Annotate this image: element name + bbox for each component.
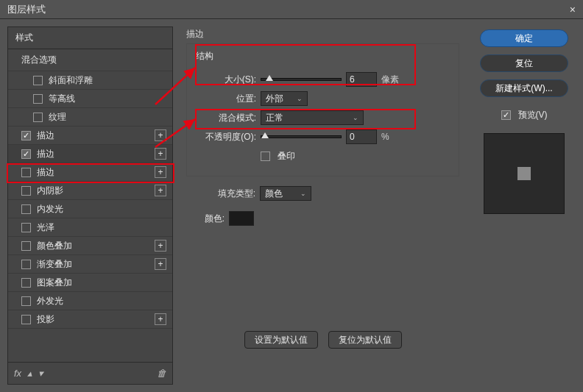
style-label: 描边: [37, 148, 155, 160]
color-row: 颜色:: [195, 209, 459, 228]
preview-box: [484, 133, 565, 214]
filltype-row: 填充类型: 颜色 ⌄: [195, 184, 459, 203]
add-effect-icon[interactable]: +: [155, 240, 166, 252]
add-effect-icon[interactable]: +: [155, 258, 166, 270]
color-swatch[interactable]: [229, 211, 254, 226]
style-row-5[interactable]: 描边+: [8, 163, 172, 182]
add-effect-icon[interactable]: +: [155, 313, 166, 325]
style-checkbox[interactable]: [21, 296, 31, 306]
style-checkbox[interactable]: ✓: [21, 149, 31, 159]
left-panel: 样式 混合选项 斜面和浮雕等高线纹理✓描边+✓描边+描边+内阴影+内发光光泽颜色…: [7, 26, 173, 385]
overprint-row: 叠印: [196, 146, 450, 165]
preview-label: 预览(V): [518, 109, 548, 121]
blendmode-label: 混合模式:: [196, 112, 256, 124]
add-effect-icon[interactable]: +: [155, 148, 166, 160]
chevron-down-icon: ⌄: [297, 95, 303, 102]
size-slider[interactable]: [261, 78, 342, 81]
set-default-button[interactable]: 设置为默认值: [244, 331, 318, 349]
add-effect-icon[interactable]: +: [155, 129, 166, 141]
color-label: 颜色:: [195, 213, 225, 225]
style-row-1[interactable]: 等高线: [8, 90, 172, 108]
style-row-13[interactable]: 投影+: [8, 310, 172, 329]
reset-default-button[interactable]: 复位为默认值: [328, 331, 402, 349]
styles-list: 样式 混合选项 斜面和浮雕等高线纹理✓描边+✓描边+描边+内阴影+内发光光泽颜色…: [8, 27, 172, 362]
section-title: 描边: [186, 28, 459, 40]
style-label: 投影: [37, 313, 155, 326]
style-checkbox[interactable]: ✓: [21, 131, 31, 140]
style-label: 等高线: [49, 93, 166, 105]
style-label: 内阴影: [37, 185, 155, 197]
style-row-0[interactable]: 斜面和浮雕: [8, 71, 172, 90]
preview-checkbox[interactable]: ✓: [501, 110, 511, 120]
style-label: 斜面和浮雕: [49, 74, 166, 87]
style-row-9[interactable]: 颜色叠加+: [8, 237, 172, 255]
blendmode-row: 混合模式: 正常 ⌄: [196, 108, 450, 127]
trash-icon[interactable]: 🗑: [157, 368, 166, 379]
style-checkbox[interactable]: [21, 186, 31, 196]
overprint-checkbox[interactable]: [261, 152, 270, 161]
style-row-8[interactable]: 光泽: [8, 218, 172, 237]
style-row-3[interactable]: ✓描边+: [8, 126, 172, 145]
content: 样式 混合选项 斜面和浮雕等高线纹理✓描边+✓描边+描边+内阴影+内发光光泽颜色…: [0, 19, 583, 392]
style-checkbox[interactable]: [21, 260, 31, 269]
right-panel: 确定 复位 新建样式(W)... ✓ 预览(V): [473, 26, 576, 385]
filltype-label: 填充类型:: [195, 188, 255, 200]
style-row-12[interactable]: 外发光: [8, 292, 172, 310]
style-label: 描边: [37, 129, 155, 142]
ok-button[interactable]: 确定: [480, 29, 568, 47]
style-checkbox[interactable]: [21, 278, 31, 288]
opacity-unit: %: [381, 132, 389, 142]
styles-header[interactable]: 样式: [8, 27, 172, 49]
size-row: 大小(S): 像素: [196, 70, 450, 89]
style-row-6[interactable]: 内阴影+: [8, 182, 172, 200]
style-label: 光泽: [37, 221, 166, 234]
style-label: 颜色叠加: [37, 240, 155, 252]
style-row-2[interactable]: 纹理: [8, 108, 172, 126]
chevron-down-icon: ⌄: [353, 114, 358, 121]
style-checkbox[interactable]: [21, 241, 31, 251]
opacity-row: 不透明度(O): %: [196, 127, 450, 146]
opacity-slider[interactable]: [261, 135, 342, 138]
style-checkbox[interactable]: [33, 113, 43, 122]
close-icon[interactable]: ×: [570, 4, 576, 15]
blendmode-select[interactable]: 正常 ⌄: [261, 110, 364, 125]
arrow-down-icon[interactable]: ▾: [38, 368, 43, 379]
titlebar: 图层样式 ×: [0, 0, 583, 19]
properties-panel: 描边 结构 大小(S): 像素 位置: 外部 ⌄ 混合模式: 正常: [179, 26, 467, 385]
position-row: 位置: 外部 ⌄: [196, 89, 450, 108]
style-row-10[interactable]: 渐变叠加+: [8, 255, 172, 274]
default-buttons: 设置为默认值 复位为默认值: [186, 331, 459, 349]
position-label: 位置:: [196, 93, 256, 105]
style-checkbox[interactable]: [33, 94, 43, 104]
style-label: 描边: [37, 166, 155, 179]
style-checkbox[interactable]: [21, 315, 31, 324]
style-checkbox[interactable]: [33, 76, 43, 85]
add-effect-icon[interactable]: +: [155, 166, 166, 178]
fx-icon[interactable]: fx: [14, 368, 21, 379]
blend-options-row[interactable]: 混合选项: [8, 49, 172, 71]
size-unit: 像素: [381, 74, 399, 86]
style-label: 渐变叠加: [37, 258, 155, 271]
style-checkbox[interactable]: [21, 168, 31, 177]
preview-toggle[interactable]: ✓ 预览(V): [501, 109, 548, 121]
reset-button[interactable]: 复位: [480, 54, 568, 72]
style-label: 图案叠加: [37, 277, 166, 289]
chevron-down-icon: ⌄: [300, 190, 306, 197]
style-row-11[interactable]: 图案叠加: [8, 274, 172, 292]
arrow-up-icon[interactable]: ▴: [27, 368, 32, 379]
left-footer: fx ▴ ▾ 🗑: [8, 362, 172, 384]
style-label: 纹理: [49, 111, 166, 124]
style-row-7[interactable]: 内发光: [8, 200, 172, 218]
window-title: 图层样式: [7, 3, 46, 16]
position-select[interactable]: 外部 ⌄: [261, 91, 308, 106]
size-input[interactable]: [346, 72, 377, 87]
add-effect-icon[interactable]: +: [155, 185, 166, 196]
new-style-button[interactable]: 新建样式(W)...: [480, 79, 568, 97]
style-checkbox[interactable]: [21, 204, 31, 214]
opacity-input[interactable]: [346, 129, 377, 144]
overprint-label: 叠印: [278, 150, 295, 163]
style-checkbox[interactable]: [21, 223, 31, 232]
filltype-select[interactable]: 颜色 ⌄: [260, 186, 311, 201]
style-label: 外发光: [37, 295, 166, 307]
style-row-4[interactable]: ✓描边+: [8, 145, 172, 163]
